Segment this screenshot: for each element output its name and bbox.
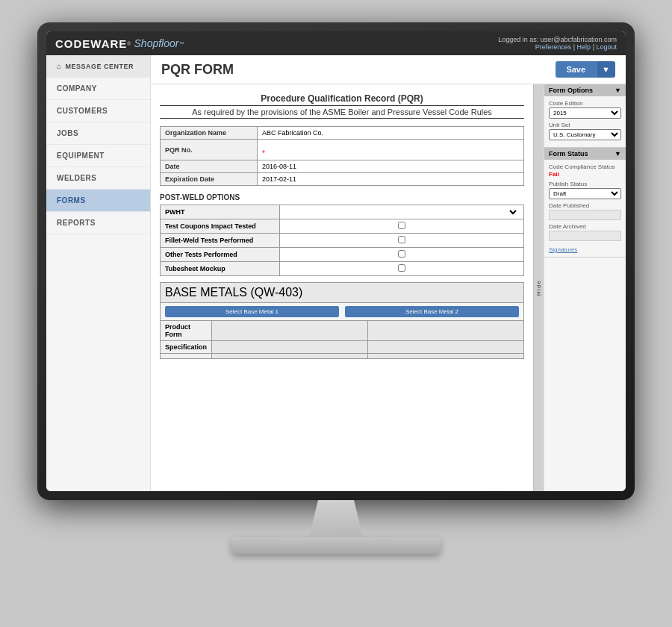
table-row: Fillet-Weld Tests Performed <box>161 234 524 248</box>
table-row: Date <box>161 160 524 173</box>
org-name-cell <box>258 127 524 140</box>
registered-mark: ® <box>127 41 131 46</box>
publish-status-select[interactable]: Draft Published Archived <box>549 188 621 199</box>
form-options-content: Code Edition 2015 2017 2019 Unit Set U.S… <box>544 96 626 147</box>
home-icon: ⌂ <box>57 62 62 70</box>
tubesheet-cell <box>280 262 524 276</box>
org-name-label: Organization Name <box>161 127 258 140</box>
save-dropdown-button[interactable]: ▼ <box>596 61 615 78</box>
fillet-weld-checkbox[interactable] <box>398 236 405 243</box>
other-tests-cell <box>280 248 524 262</box>
hide-bar[interactable]: Hide <box>533 84 544 491</box>
sidebar: ⌂ MESSAGE CENTER COMPANY CUSTOMERS JOBS … <box>46 55 151 491</box>
logged-in-user: user@abcfabrication.com <box>541 36 617 43</box>
tubesheet-checkbox[interactable] <box>398 264 405 272</box>
logged-in-label: Logged in as: <box>498 36 538 43</box>
form-status-header: Form Status ▼ <box>544 148 626 160</box>
date-input[interactable] <box>262 163 519 170</box>
table-row: Tubesheet Mockup <box>161 262 524 276</box>
specification-value2 <box>368 341 524 354</box>
sidebar-item-reports[interactable]: REPORTS <box>46 212 150 234</box>
form-options-dropdown-icon: ▼ <box>615 87 621 94</box>
extra-value1 <box>212 354 368 359</box>
org-name-input[interactable] <box>262 129 519 137</box>
sidebar-item-message-center[interactable]: ⌂ MESSAGE CENTER <box>46 55 150 78</box>
right-panel: Form Options ▼ Code Edition 2015 2017 20… <box>544 84 626 491</box>
other-tests-label: Other Tests Performed <box>161 248 280 262</box>
expiration-input[interactable] <box>262 175 519 183</box>
specification-value1 <box>212 341 368 354</box>
form-options-title: Form Options <box>549 87 593 94</box>
fillet-weld-label: Fillet-Weld Tests Performed <box>161 234 280 248</box>
date-label: Date <box>161 160 258 173</box>
monitor-neck <box>291 500 381 537</box>
table-row: Organization Name <box>161 127 524 140</box>
sidebar-item-welders-label: WELDERS <box>57 174 97 182</box>
sidebar-item-forms[interactable]: FORMS <box>46 190 150 212</box>
base-metals-table: Product Form Specification <box>160 321 524 359</box>
form-options-header: Form Options ▼ <box>544 84 626 96</box>
pqr-no-cell: * <box>258 140 524 160</box>
pqr-no-label: PQR No. <box>161 140 258 160</box>
table-row: Expiration Date <box>161 173 524 186</box>
sidebar-item-company[interactable]: COMPANY <box>46 78 150 100</box>
table-row: PQR No. * <box>161 140 524 160</box>
save-button[interactable]: Save <box>556 61 596 78</box>
help-link[interactable]: Help <box>577 43 591 51</box>
main-layout: ⌂ MESSAGE CENTER COMPANY CUSTOMERS JOBS … <box>46 55 626 491</box>
table-row <box>161 354 524 359</box>
logout-link[interactable]: Logout <box>596 43 617 51</box>
sidebar-item-company-label: COMPANY <box>57 84 97 93</box>
sidebar-item-reports-label: REPORTS <box>57 219 96 227</box>
select-base-metal-2-button[interactable]: Select Base Metal 2 <box>345 306 519 317</box>
code-edition-label: Code Edition <box>549 100 621 107</box>
pqr-no-input[interactable] <box>262 142 519 149</box>
date-published-value <box>549 210 621 220</box>
sidebar-item-customers[interactable]: CUSTOMERS <box>46 100 150 122</box>
logo-codeware: CODEWARE <box>55 37 127 50</box>
sidebar-item-jobs[interactable]: JOBS <box>46 122 150 145</box>
post-weld-title: POST-WELD OPTIONS <box>160 193 524 202</box>
form-area: Procedure Qualification Record (PQR) As … <box>151 84 533 491</box>
logo-shopfloor: Shopfloor <box>134 37 179 49</box>
base-metals-section: BASE METALS (QW-403) Select Base Metal 1… <box>160 282 524 359</box>
date-cell <box>258 160 524 173</box>
required-star: * <box>262 149 265 157</box>
form-options-section: Form Options ▼ Code Edition 2015 2017 20… <box>544 84 626 148</box>
expiration-cell <box>258 173 524 186</box>
tubesheet-label: Tubesheet Mockup <box>161 262 280 276</box>
sidebar-item-forms-label: FORMS <box>57 196 86 205</box>
code-edition-select[interactable]: 2015 2017 2019 <box>549 107 621 119</box>
other-tests-checkbox[interactable] <box>398 250 405 258</box>
test-coupons-checkbox[interactable] <box>398 222 405 229</box>
pqr-title: Procedure Qualification Record (PQR) <box>160 93 524 104</box>
signatures-link[interactable]: Signatures <box>549 246 577 253</box>
sidebar-item-jobs-label: JOBS <box>57 129 78 137</box>
form-status-dropdown-icon: ▼ <box>615 150 621 157</box>
preferences-link[interactable]: Preferences <box>535 43 572 51</box>
logo-area: CODEWARE® Shopfloor™ <box>55 37 184 50</box>
top-right-info: Logged in as: user@abcfabrication.com Pr… <box>498 36 617 51</box>
main-form-table: Organization Name PQR No. * <box>160 126 524 186</box>
unit-set-select[interactable]: U.S. Customary SI Metric <box>549 129 621 140</box>
select-base-metal-1-button[interactable]: Select Base Metal 1 <box>165 306 339 317</box>
sidebar-item-equipment[interactable]: EQUIPMENT <box>46 145 150 167</box>
extra-label <box>161 354 212 359</box>
code-compliance-value: Fail <box>549 171 621 178</box>
pqr-subtitle: As required by the provisions of the ASM… <box>160 105 524 119</box>
pqr-header: Procedure Qualification Record (PQR) As … <box>160 93 524 119</box>
form-status-title: Form Status <box>549 150 588 157</box>
date-archived-label: Date Archived <box>549 223 621 230</box>
sidebar-item-welders[interactable]: WELDERS <box>46 167 150 190</box>
date-published-label: Date Published <box>549 202 621 209</box>
extra-value2 <box>368 354 524 359</box>
date-archived-value <box>549 231 621 241</box>
form-status-section: Form Status ▼ Code Compliance Status Fai… <box>544 148 626 258</box>
pwht-label: PWHT <box>161 205 280 219</box>
save-btn-group: Save ▼ <box>556 61 615 78</box>
content-area: PQR FORM Save ▼ <box>151 55 626 491</box>
middle-content: Procedure Qualification Record (PQR) As … <box>151 84 626 491</box>
pwht-select[interactable] <box>284 208 519 216</box>
table-row: Product Form <box>161 321 524 341</box>
post-weld-table: PWHT Test Coupons Impact Tested <box>160 205 524 276</box>
